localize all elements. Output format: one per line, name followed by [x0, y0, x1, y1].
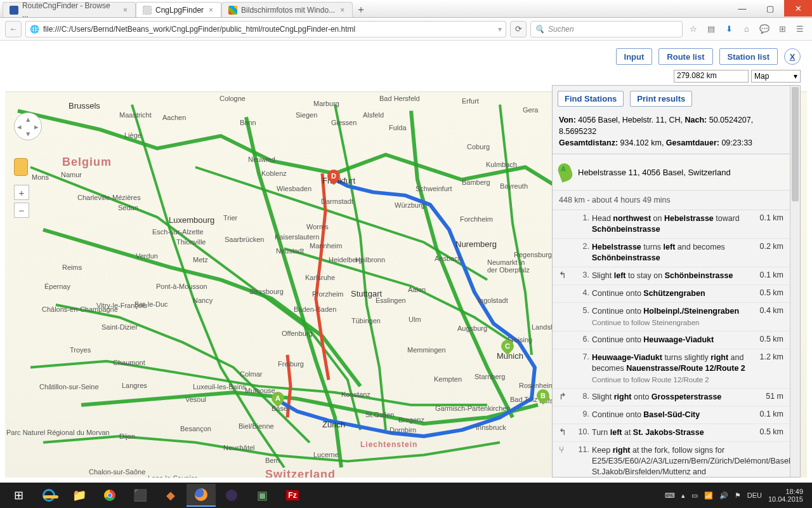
zoom-in-button[interactable]: + — [14, 185, 29, 200]
taskbar-firefox[interactable] — [187, 484, 216, 507]
city-label: Luxembourg — [169, 215, 214, 225]
url-text: file:///C:/Users/Bernd/NetBeans_work/Cng… — [43, 25, 355, 34]
city-label: Augsburg — [457, 324, 487, 332]
direction-step[interactable]: 7.Heuwaage-Viadukt turns slightly right … — [553, 349, 790, 389]
plugin-icon[interactable]: ⊞ — [775, 22, 789, 36]
home-icon[interactable]: ⌂ — [740, 22, 754, 36]
step-number: 10. — [575, 427, 589, 436]
close-icon[interactable]: × — [122, 6, 129, 15]
close-icon[interactable]: × — [339, 6, 346, 15]
close-window-button[interactable]: ✕ — [784, 0, 812, 17]
panel-scrollbar[interactable] — [790, 86, 800, 477]
taskbar-filezilla[interactable]: Fz — [278, 484, 307, 507]
system-tray[interactable]: ⌨ ▴ ▭ 📶 🔊 ⚑ DEU 18:49 10.04.2015 — [665, 488, 808, 503]
start-button[interactable]: ⊞ — [4, 484, 33, 507]
library-icon[interactable]: ▤ — [704, 22, 718, 36]
route-list-button[interactable]: Route list — [658, 48, 712, 65]
input-button[interactable]: Input — [616, 48, 653, 65]
city-label: Saarbrücken — [225, 236, 264, 243]
city-label: Bad Hersfeld — [379, 95, 420, 102]
step-text: Continue onto Schützengraben — [592, 288, 747, 299]
tray-chevron-icon[interactable]: ▴ — [681, 491, 685, 500]
volume-icon[interactable]: 🔊 — [719, 491, 728, 500]
city-label: Dornbirn — [390, 426, 416, 434]
browser-tab-2[interactable]: Bildschirmfotos mit Windo... × — [221, 2, 353, 17]
station-list-button[interactable]: Station list — [719, 48, 778, 65]
taskbar-app1[interactable]: ◆ — [156, 484, 185, 507]
minimize-button[interactable]: — — [728, 0, 756, 17]
direction-step[interactable]: 5.Continue onto Holbeinpl./Steinengraben… — [553, 303, 790, 331]
direction-step[interactable]: 2.Hebelstrasse turns left and becomes Sc… — [553, 239, 790, 267]
browser-tab-0[interactable]: RouteCngFinder - Browse ... × — [3, 2, 136, 17]
language-indicator[interactable]: DEU — [747, 491, 762, 499]
direction-step[interactable]: 1.Head northwest on Hebelstrasse toward … — [553, 210, 790, 239]
city-label: Dijon — [119, 432, 135, 440]
taskbar-app2[interactable]: ▣ — [247, 484, 277, 507]
city-label: Vitry-le-François — [96, 302, 147, 309]
network-icon[interactable]: 📶 — [704, 491, 713, 500]
city-label: Tübingen — [351, 317, 381, 324]
maximize-button[interactable]: ▢ — [756, 0, 784, 17]
app-area: Input Route list Station list X 279.082 … — [0, 41, 812, 483]
map-controls: ▴ ▾ ◂ ▸ + − — [14, 112, 42, 220]
action-center-icon[interactable]: ▭ — [691, 491, 698, 500]
city-label: Trier — [223, 214, 237, 222]
city-label: Marburg — [313, 100, 339, 107]
reload-button[interactable]: ⟳ — [510, 21, 527, 37]
taskbar-ie[interactable] — [34, 484, 63, 507]
map-marker-b[interactable]: B — [537, 389, 549, 408]
direction-step[interactable]: 4.Continue onto Schützengraben0.5 km — [553, 285, 790, 303]
clock[interactable]: 18:49 10.04.2015 — [768, 488, 803, 503]
taskbar-chrome[interactable] — [95, 484, 124, 507]
chat-icon[interactable]: 💬 — [757, 22, 771, 36]
steps-list: 1.Head northwest on Hebelstrasse toward … — [553, 210, 790, 477]
new-tab-button[interactable]: ＋ — [353, 2, 369, 17]
city-label: Rosenheim — [519, 382, 554, 389]
direction-step[interactable]: 6.Continue onto Heuwaage-Viadukt0.5 km — [553, 331, 790, 349]
direction-step[interactable]: ↱8.Slight right onto Grosspeterstrasse51… — [553, 389, 790, 406]
dropdown-icon[interactable]: ▾ — [498, 25, 502, 34]
search-box[interactable]: 🔍 Suchen — [530, 21, 683, 37]
address-bar[interactable]: 🌐 file:///C:/Users/Bernd/NetBeans_work/C… — [25, 21, 506, 37]
step-distance: 0.1 km — [749, 410, 783, 418]
route-origin[interactable]: Hebelstrasse 11, 4056 Basel, Switzerland — [553, 154, 790, 190]
menu-icon[interactable]: ☰ — [793, 22, 807, 36]
direction-step[interactable]: 9.Continue onto Basel-Süd-City0.1 km — [553, 406, 790, 424]
zoom-out-button[interactable]: − — [14, 203, 29, 218]
keyboard-icon[interactable]: ⌨ — [665, 491, 675, 500]
maneuver-icon: ↰ — [559, 271, 573, 279]
print-results-button[interactable]: Print results — [630, 91, 692, 107]
bookmark-star-icon[interactable]: ☆ — [686, 22, 700, 36]
step-text: Slight left to stay on Schönbeinstrasse — [592, 271, 747, 281]
map-marker-a[interactable]: A — [272, 392, 284, 411]
city-label: Nuremberg — [455, 239, 497, 249]
city-label: Alsfeld — [363, 111, 384, 119]
map-type-select[interactable]: Map ▾ — [751, 70, 801, 83]
distance-field[interactable]: 279.082 km — [674, 70, 749, 83]
city-label: Bregenz — [398, 416, 424, 424]
direction-step[interactable]: ⑂11.Keep right at the fork, follow signs… — [553, 442, 790, 477]
map-marker-c[interactable]: C — [501, 340, 514, 359]
step-number: 2. — [575, 242, 589, 251]
downloads-icon[interactable]: ⬇ — [722, 22, 736, 36]
pegman-icon[interactable] — [14, 158, 28, 176]
back-button[interactable]: ← — [5, 21, 22, 37]
taskbar-explorer[interactable]: 📁 — [65, 484, 94, 507]
taskbar-eclipse[interactable] — [217, 484, 246, 507]
city-label: Kempten — [434, 375, 462, 383]
city-label: Koblenz — [261, 170, 287, 177]
map-marker-d[interactable]: D — [327, 170, 340, 189]
browser-tab-1[interactable]: CngLpgFinder × — [136, 2, 221, 17]
pan-control[interactable]: ▴ ▾ ◂ ▸ — [14, 112, 42, 140]
close-icon[interactable]: × — [207, 6, 214, 15]
direction-step[interactable]: ↰3.Slight left to stay on Schönbeinstras… — [553, 267, 790, 285]
close-panel-button[interactable]: X — [784, 48, 801, 65]
city-label: Lucerne — [313, 451, 339, 458]
find-stations-button[interactable]: Find Stations — [558, 91, 624, 107]
flag-icon[interactable]: ⚑ — [735, 491, 741, 500]
step-text: Continue onto Heuwaage-Viadukt — [592, 335, 747, 345]
taskbar-virtualbox[interactable]: ⬛ — [126, 484, 155, 507]
city-label: Aachen — [162, 114, 186, 121]
step-number: 5. — [575, 306, 589, 315]
direction-step[interactable]: ↰10.Turn left at St. Jakobs-Strasse0.5 k… — [553, 424, 790, 442]
